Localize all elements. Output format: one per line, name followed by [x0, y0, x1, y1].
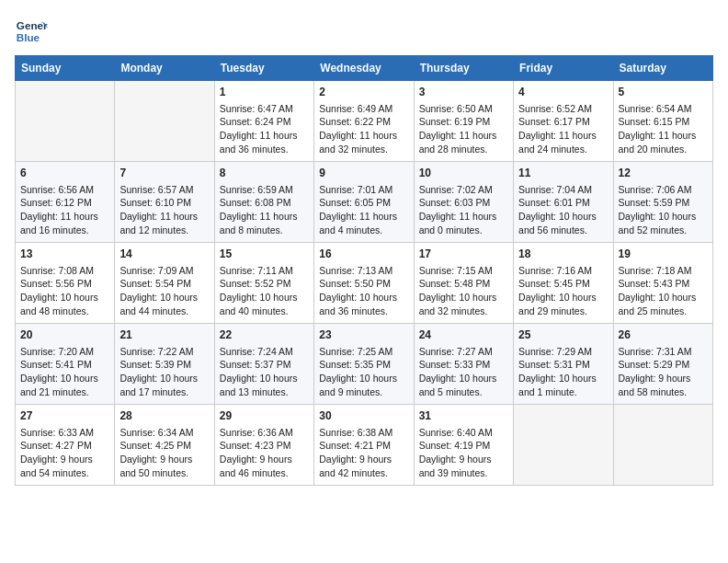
day-info: and 36 minutes. — [319, 304, 408, 318]
day-number: 16 — [319, 247, 408, 262]
day-info: Sunrise: 7:01 AM — [319, 183, 408, 197]
day-number: 26 — [619, 327, 708, 343]
svg-text:Blue: Blue — [17, 31, 40, 43]
svg-text:General: General — [17, 19, 48, 31]
calendar-cell: 3Sunrise: 6:50 AMSunset: 6:19 PMDaylight… — [414, 81, 513, 162]
day-info: Sunrise: 6:52 AM — [518, 102, 608, 116]
day-info: and 52 minutes. — [619, 224, 708, 237]
day-info: Sunset: 5:39 PM — [119, 358, 209, 372]
day-info: and 46 minutes. — [220, 466, 309, 480]
day-number: 27 — [20, 408, 109, 424]
day-info: Daylight: 9 hours — [119, 453, 209, 466]
day-number: 8 — [220, 166, 309, 181]
day-info: Sunset: 6:17 PM — [518, 115, 608, 129]
weekday-header-tuesday: Tuesday — [214, 56, 313, 81]
day-info: Sunrise: 7:29 AM — [518, 345, 608, 359]
day-info: Sunset: 5:31 PM — [518, 358, 608, 372]
day-info: Sunset: 4:27 PM — [20, 439, 109, 453]
day-info: Sunset: 5:54 PM — [119, 277, 209, 291]
calendar-cell: 30Sunrise: 6:38 AMSunset: 4:21 PMDayligh… — [314, 405, 414, 486]
day-info: Daylight: 10 hours — [619, 291, 708, 304]
day-info: Sunset: 5:56 PM — [20, 277, 109, 291]
day-info: Daylight: 10 hours — [419, 372, 508, 385]
calendar-cell: 31Sunrise: 6:40 AMSunset: 4:19 PMDayligh… — [414, 405, 513, 486]
day-info: Daylight: 9 hours — [20, 453, 109, 466]
day-info: Sunrise: 7:09 AM — [119, 264, 209, 278]
day-info: and 17 minutes. — [119, 385, 209, 399]
calendar-cell: 7Sunrise: 6:57 AMSunset: 6:10 PMDaylight… — [115, 162, 214, 243]
day-info: Sunrise: 6:57 AM — [119, 183, 209, 197]
day-info: and 40 minutes. — [220, 304, 309, 318]
day-info: Daylight: 11 hours — [220, 129, 309, 143]
day-info: and 9 minutes. — [319, 385, 408, 399]
calendar-cell: 11Sunrise: 7:04 AMSunset: 6:01 PMDayligh… — [514, 162, 613, 243]
day-info: Sunrise: 7:24 AM — [220, 345, 309, 359]
day-info: Daylight: 11 hours — [419, 210, 508, 224]
day-info: Sunset: 5:41 PM — [20, 358, 109, 372]
day-info: Sunrise: 6:38 AM — [319, 426, 408, 440]
day-number: 22 — [220, 327, 309, 343]
day-info: and 36 minutes. — [220, 143, 309, 156]
day-info: Sunrise: 7:11 AM — [220, 264, 309, 278]
day-info: Sunset: 6:08 PM — [220, 196, 309, 210]
calendar-cell: 29Sunrise: 6:36 AMSunset: 4:23 PMDayligh… — [214, 405, 313, 486]
day-info: and 50 minutes. — [119, 466, 209, 480]
day-info: Daylight: 10 hours — [518, 210, 608, 224]
day-info: Daylight: 10 hours — [518, 372, 608, 385]
day-info: and 39 minutes. — [419, 466, 508, 480]
logo: General Blue — [15, 15, 51, 48]
calendar-cell: 5Sunrise: 6:54 AMSunset: 6:15 PMDaylight… — [613, 81, 712, 162]
day-number: 21 — [119, 327, 209, 343]
day-info: Sunrise: 7:18 AM — [619, 264, 708, 278]
day-number: 6 — [20, 166, 109, 181]
day-number: 25 — [518, 327, 608, 343]
day-number: 18 — [518, 247, 608, 262]
day-info: and 16 minutes. — [20, 224, 109, 237]
day-info: Sunset: 6:05 PM — [319, 196, 408, 210]
day-number: 15 — [220, 247, 309, 262]
day-number: 10 — [419, 166, 508, 181]
day-info: Sunset: 4:23 PM — [220, 439, 309, 453]
day-info: Daylight: 10 hours — [20, 372, 109, 385]
day-number: 7 — [119, 166, 209, 181]
day-info: Daylight: 9 hours — [419, 453, 508, 466]
day-number: 1 — [220, 85, 309, 100]
day-info: Sunset: 6:19 PM — [419, 115, 508, 129]
day-number: 4 — [518, 85, 608, 100]
weekday-header-thursday: Thursday — [414, 56, 513, 81]
calendar-cell: 1Sunrise: 6:47 AMSunset: 6:24 PMDaylight… — [214, 81, 313, 162]
day-info: Sunrise: 6:56 AM — [20, 183, 109, 197]
day-info: Sunset: 6:03 PM — [419, 196, 508, 210]
page-header: General Blue — [15, 15, 713, 48]
calendar-cell: 4Sunrise: 6:52 AMSunset: 6:17 PMDaylight… — [514, 81, 613, 162]
day-number: 14 — [119, 247, 209, 262]
day-info: Sunset: 5:59 PM — [619, 196, 708, 210]
calendar-cell: 28Sunrise: 6:34 AMSunset: 4:25 PMDayligh… — [115, 405, 214, 486]
day-info: Sunset: 6:22 PM — [319, 115, 408, 129]
day-info: Sunset: 4:25 PM — [119, 439, 209, 453]
weekday-header-wednesday: Wednesday — [314, 56, 414, 81]
day-info: Daylight: 9 hours — [220, 453, 309, 466]
day-info: and 4 minutes. — [319, 224, 408, 237]
calendar-cell: 13Sunrise: 7:08 AMSunset: 5:56 PMDayligh… — [16, 243, 115, 324]
day-info: Sunrise: 6:34 AM — [119, 426, 209, 440]
day-info: Sunrise: 7:08 AM — [20, 264, 109, 278]
calendar-cell: 2Sunrise: 6:49 AMSunset: 6:22 PMDaylight… — [314, 81, 414, 162]
calendar-cell: 14Sunrise: 7:09 AMSunset: 5:54 PMDayligh… — [115, 243, 214, 324]
day-info: Daylight: 11 hours — [319, 129, 408, 143]
day-info: Sunrise: 7:16 AM — [518, 264, 608, 278]
day-info: Daylight: 11 hours — [220, 210, 309, 224]
day-info: and 0 minutes. — [419, 224, 508, 237]
calendar-cell: 25Sunrise: 7:29 AMSunset: 5:31 PMDayligh… — [514, 324, 613, 405]
day-number: 28 — [119, 408, 209, 424]
day-info: Sunset: 5:35 PM — [319, 358, 408, 372]
day-info: and 25 minutes. — [619, 304, 708, 318]
calendar-table: SundayMondayTuesdayWednesdayThursdayFrid… — [15, 55, 713, 486]
day-info: Daylight: 9 hours — [319, 453, 408, 466]
calendar-cell: 12Sunrise: 7:06 AMSunset: 5:59 PMDayligh… — [613, 162, 712, 243]
day-number: 19 — [619, 247, 708, 262]
day-number: 23 — [319, 327, 408, 343]
calendar-cell: 20Sunrise: 7:20 AMSunset: 5:41 PMDayligh… — [16, 324, 115, 405]
weekday-header-friday: Friday — [514, 56, 613, 81]
calendar-cell: 10Sunrise: 7:02 AMSunset: 6:03 PMDayligh… — [414, 162, 513, 243]
